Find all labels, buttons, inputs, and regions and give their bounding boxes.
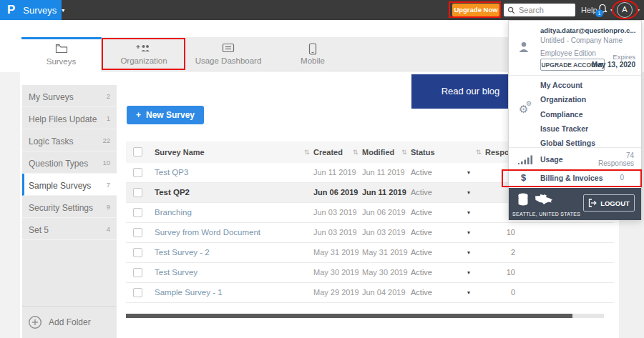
sidebar-item-help-files-update[interactable]: Help Files Update 1 — [22, 107, 117, 129]
chevron-down-icon: ▾ — [62, 7, 64, 14]
notification-count-badge: 1 — [595, 9, 603, 17]
sidebar-item-my-surveys[interactable]: My Surveys 2 — [22, 85, 117, 107]
tab-usage-dashboard[interactable]: Usage Dashboard — [186, 37, 270, 71]
add-folder-label: Add Folder — [49, 317, 91, 327]
sidebar-item-label: Help Files Update — [29, 114, 97, 124]
logout-button[interactable]: LOGOUT — [583, 194, 635, 212]
responses-cell: 2 — [484, 243, 515, 262]
survey-name-link[interactable]: Branching — [155, 203, 192, 222]
sidebar-item-count: 22 — [102, 129, 110, 151]
survey-name-link[interactable]: Test QP2 — [155, 183, 190, 202]
folder-icon — [21, 44, 101, 55]
created-cell: May 30 2019 — [313, 263, 359, 282]
divider — [509, 75, 641, 76]
sidebar-item-logic-tasks[interactable]: Logic Tasks 22 — [22, 129, 117, 151]
search-input[interactable]: Search — [504, 4, 575, 16]
organization-people-icon — [102, 43, 186, 54]
responses-cell: 0 — [484, 283, 515, 302]
modified-cell: Jun 03 2019 — [362, 223, 406, 242]
chevron-down-icon[interactable]: ▾ — [638, 7, 640, 12]
status-dropdown-caret-icon[interactable]: ▾ — [467, 183, 470, 202]
row-checkbox[interactable] — [133, 248, 142, 257]
status-dropdown-caret-icon[interactable]: ▾ — [467, 223, 470, 242]
created-cell: May 29 2019 — [313, 283, 359, 302]
sidebar-item-security-settings[interactable]: Security Settings 9 — [22, 196, 117, 218]
sidebar-item-question-types[interactable]: Question Types 10 — [22, 151, 117, 174]
tab-organization[interactable]: Organization — [102, 37, 186, 71]
row-checkbox[interactable] — [133, 228, 142, 237]
status-cell: Active — [411, 263, 432, 282]
status-cell: Active — [411, 183, 432, 202]
product-name: Surveys — [23, 5, 57, 16]
table-row: Survey from Word Document Jun 03 2019 Ju… — [126, 223, 614, 243]
new-survey-label: New Survey — [146, 110, 195, 120]
tab-surveys[interactable]: Surveys — [21, 37, 102, 71]
questionpro-logo: P — [7, 3, 15, 17]
row-checkbox[interactable] — [133, 288, 142, 297]
row-checkbox[interactable] — [133, 268, 142, 277]
sort-icon[interactable]: ⇅ — [353, 141, 358, 163]
horizontal-scrollbar-track[interactable] — [126, 314, 604, 318]
survey-name-link[interactable]: Test Survey — [155, 263, 197, 282]
sort-icon[interactable]: ⇅ — [304, 141, 310, 163]
menu-item-organization[interactable]: Organization — [540, 93, 586, 106]
sidebar-item-sample-surveys[interactable]: Sample Surveys 7 — [22, 174, 117, 196]
menu-item-compliance[interactable]: Compliance — [540, 108, 583, 121]
divider — [509, 147, 641, 148]
modified-cell: May 31 2019 — [362, 243, 408, 262]
sort-icon[interactable]: ⇅ — [476, 141, 482, 163]
status-dropdown-caret-icon[interactable]: ▾ — [467, 263, 470, 282]
tab-mobile[interactable]: Mobile — [270, 37, 355, 71]
column-header-modified[interactable]: Modified — [362, 141, 394, 163]
sidebar-item-count: 4 — [107, 218, 110, 240]
row-checkbox[interactable] — [133, 208, 142, 217]
created-cell: May 31 2019 — [313, 243, 359, 262]
column-header-created[interactable]: Created — [313, 141, 343, 163]
usage-unit: Responses — [598, 159, 634, 167]
status-cell: Active — [411, 283, 432, 302]
menu-item-billing-invoices[interactable]: Billing & Invoices — [540, 174, 603, 182]
sidebar-item-label: Question Types — [29, 159, 88, 169]
tab-label: Organization — [102, 56, 186, 65]
gear-icon: ⚙⚙ — [519, 103, 528, 116]
survey-name-link[interactable]: Test Survey - 2 — [155, 243, 210, 262]
help-link[interactable]: Help — [581, 0, 597, 20]
account-panel-footer: SEATTLE, UNITED STATES LOGOUT — [509, 188, 641, 220]
add-folder-button[interactable]: Add Folder — [22, 306, 117, 338]
column-header-status[interactable]: Status — [411, 141, 435, 163]
account-email: aditya.datar@questionpro.c... — [540, 26, 635, 34]
status-dropdown-caret-icon[interactable]: ▾ — [467, 283, 470, 302]
left-gutter — [0, 72, 20, 338]
datacenter-icon — [517, 193, 529, 209]
menu-item-my-account[interactable]: My Account — [540, 79, 582, 91]
menu-item-issue-tracker[interactable]: Issue Tracker — [540, 122, 588, 135]
select-all-checkbox[interactable] — [133, 147, 142, 156]
responses-cell: 10 — [484, 263, 515, 282]
status-dropdown-caret-icon[interactable]: ▾ — [467, 163, 470, 182]
new-survey-button[interactable]: +New Survey — [127, 106, 204, 124]
avatar[interactable]: A — [617, 2, 633, 18]
questionpro-dashboard: P Surveys ▾ Upgrade Now Search Help 1 ▾ … — [0, 0, 644, 338]
folders-sidebar: My Surveys 2 Help Files Update 1 Logic T… — [22, 85, 117, 338]
row-checkbox[interactable] — [133, 188, 142, 197]
datacenter-location: SEATTLE, UNITED STATES — [512, 212, 580, 217]
tab-label: Surveys — [21, 57, 101, 66]
sort-icon[interactable]: ⇅ — [401, 141, 407, 163]
row-checkbox[interactable] — [133, 168, 142, 177]
usage-value: 74 — [626, 151, 634, 159]
survey-name-link[interactable]: Survey from Word Document — [155, 223, 260, 242]
sidebar-item-count: 2 — [107, 85, 110, 107]
product-switcher[interactable]: P Surveys ▾ — [0, 0, 62, 20]
logout-icon — [588, 199, 597, 207]
status-dropdown-caret-icon[interactable]: ▾ — [467, 203, 470, 222]
menu-item-usage[interactable]: Usage — [540, 155, 563, 164]
horizontal-scrollbar-thumb[interactable] — [126, 314, 572, 318]
column-header-survey-name[interactable]: Survey Name — [155, 141, 205, 163]
survey-name-link[interactable]: Sample Survey - 1 — [155, 283, 223, 302]
survey-name-link[interactable]: Test QP3 — [155, 163, 188, 182]
status-dropdown-caret-icon[interactable]: ▾ — [467, 243, 470, 262]
chevron-down-icon[interactable]: ▾ — [610, 7, 613, 12]
upgrade-now-button[interactable]: Upgrade Now — [452, 4, 499, 16]
sidebar-item-set-5[interactable]: Set 5 4 — [22, 218, 117, 240]
account-edition: Employee Edition — [540, 49, 596, 57]
